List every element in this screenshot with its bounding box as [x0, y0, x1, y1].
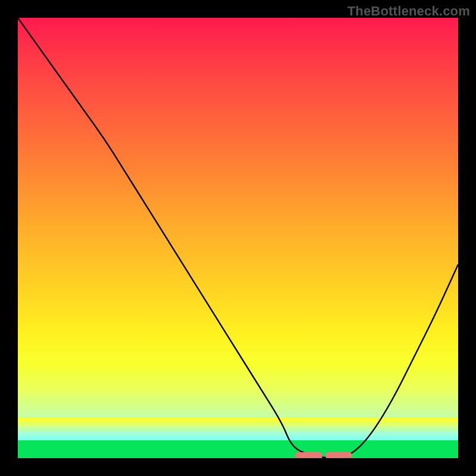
- watermark-text: TheBottleneck.com: [347, 4, 470, 19]
- optimal-segment-left: [295, 452, 322, 458]
- bottleneck-curve: [18, 18, 458, 458]
- plot-area: [18, 18, 458, 458]
- chart-frame: TheBottleneck.com: [0, 0, 476, 476]
- optimal-segment-right: [325, 452, 353, 458]
